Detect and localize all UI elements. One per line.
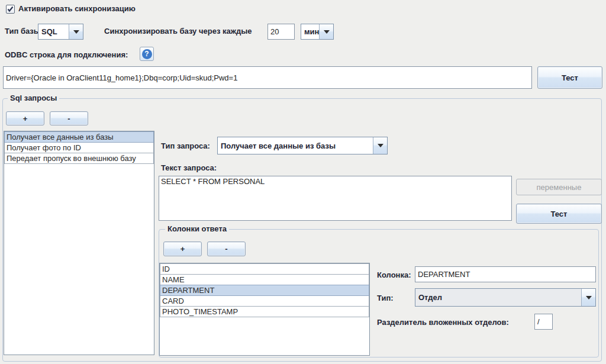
- query-list-item[interactable]: Получает все данные из базы: [4, 131, 154, 143]
- query-list-item[interactable]: Передает пропуск во внешнюю базу: [4, 153, 154, 164]
- activate-sync-checkbox[interactable]: [6, 5, 15, 14]
- sync-interval-input[interactable]: [267, 24, 295, 40]
- interval-unit-value: мин: [301, 24, 319, 39]
- interval-unit-select[interactable]: мин: [301, 24, 334, 40]
- question-mark-icon: ?: [142, 49, 152, 59]
- query-type-label: Тип запроса:: [161, 141, 210, 150]
- db-type-value: SQL: [38, 24, 69, 39]
- query-list-item[interactable]: Получает фото по ID: [4, 142, 154, 153]
- column-name-input[interactable]: [415, 266, 596, 282]
- query-type-value: Получает все данные из базы: [218, 137, 373, 154]
- column-list-item[interactable]: ID: [160, 263, 369, 275]
- department-separator-input[interactable]: [534, 314, 553, 330]
- db-type-select[interactable]: SQL: [38, 24, 83, 40]
- odbc-label: ODBC строка для подключения:: [5, 50, 128, 59]
- query-text-label: Текст запроса:: [161, 163, 217, 172]
- column-list-item[interactable]: CARD: [160, 295, 369, 307]
- column-list-item[interactable]: NAME: [160, 274, 369, 285]
- add-column-button[interactable]: +: [163, 241, 202, 256]
- db-type-label: Тип базы:: [5, 27, 43, 36]
- column-name-label: Колонка:: [377, 270, 411, 279]
- odbc-test-button[interactable]: Тест: [537, 66, 602, 89]
- odbc-help-button[interactable]: ?: [140, 47, 154, 61]
- add-query-button[interactable]: +: [6, 111, 44, 125]
- remove-column-button[interactable]: -: [207, 241, 246, 256]
- column-type-select[interactable]: Отдел: [415, 288, 596, 307]
- query-type-select[interactable]: Получает все данные из базы: [217, 137, 388, 154]
- sync-settings-panel: Активировать синхронизацию Тип базы: SQL…: [0, 0, 606, 364]
- activate-sync-label: Активировать синхронизацию: [18, 4, 136, 13]
- chevron-down-icon[interactable]: [581, 289, 595, 306]
- column-type-label: Тип:: [377, 294, 394, 302]
- remove-query-button[interactable]: -: [50, 111, 88, 125]
- column-list-item[interactable]: DEPARTMENT: [160, 285, 369, 296]
- chevron-down-icon[interactable]: [319, 24, 333, 39]
- query-test-button[interactable]: Тест: [516, 204, 602, 224]
- variables-button[interactable]: переменные: [516, 179, 602, 195]
- checkmark-icon: [7, 6, 14, 12]
- sync-interval-label: Синхронизировать базу через каждые: [104, 27, 252, 36]
- odbc-connection-input[interactable]: [3, 66, 532, 89]
- chevron-down-icon[interactable]: [373, 137, 387, 154]
- query-text-area[interactable]: SELECT * FROM PERSONAL: [159, 176, 512, 221]
- sql-queries-group-title: Sql запросы: [8, 94, 59, 102]
- department-separator-label: Разделитель вложенных отделов:: [377, 318, 509, 327]
- column-list-item[interactable]: PHOTO_TIMESTAMP: [160, 306, 369, 317]
- queries-list: Получает все данные из базы Получает фот…: [4, 131, 154, 355]
- column-type-value: Отдел: [415, 289, 581, 306]
- chevron-down-icon[interactable]: [69, 24, 83, 39]
- columns-list: ID NAME DEPARTMENT CARD PHOTO_TIMESTAMP: [159, 263, 370, 356]
- response-columns-group-title: Колонки ответа: [165, 224, 229, 233]
